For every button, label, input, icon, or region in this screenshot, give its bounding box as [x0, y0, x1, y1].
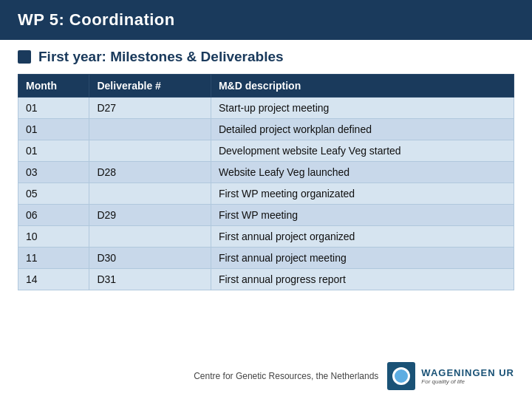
logo-sub: For quality of life [421, 378, 514, 385]
footer: Centre for Genetic Resources, the Nether… [0, 356, 532, 399]
cell-deliverable [89, 119, 211, 140]
cell-deliverable [89, 226, 211, 248]
milestones-table: Month Deliverable # M&D description 01D2… [18, 74, 514, 290]
cell-deliverable: D27 [89, 98, 211, 119]
cell-description: Detailed project workplan defined [211, 119, 514, 140]
subheader-text: First year: Milestones & Deliverables [38, 49, 284, 65]
cell-deliverable: D30 [89, 248, 211, 269]
cell-description: First annual project organized [211, 226, 514, 248]
cell-month: 14 [18, 269, 89, 290]
col-header-description: M&D description [211, 75, 514, 98]
cell-month: 05 [18, 183, 89, 205]
cell-month: 01 [18, 140, 89, 162]
cell-month: 03 [18, 162, 89, 183]
table-container: Month Deliverable # M&D description 01D2… [0, 71, 532, 356]
cell-description: First WP meeting organizated [211, 183, 514, 205]
cell-month: 01 [18, 98, 89, 119]
table-row: 01Development website Leafy Veg started [18, 140, 514, 162]
cell-description: Website Leafy Veg launched [211, 162, 514, 183]
subheader: First year: Milestones & Deliverables [0, 40, 532, 71]
footer-caption: Centre for Genetic Resources, the Nether… [194, 371, 378, 381]
footer-logo: WAGENINGEN UR For quality of life [387, 362, 514, 390]
table-row: 03D28Website Leafy Veg launched [18, 162, 514, 183]
col-header-deliverable: Deliverable # [89, 75, 211, 98]
cell-deliverable [89, 183, 211, 205]
cell-month: 10 [18, 226, 89, 248]
table-row: 05First WP meeting organizated [18, 183, 514, 205]
cell-description: First annual progress report [211, 269, 514, 290]
cell-deliverable: D31 [89, 269, 211, 290]
table-row: 01Detailed project workplan defined [18, 119, 514, 140]
cell-description: First WP meeting [211, 205, 514, 226]
cell-deliverable: D28 [89, 162, 211, 183]
cell-month: 11 [18, 248, 89, 269]
bullet-icon [18, 50, 31, 64]
table-header-row: Month Deliverable # M&D description [18, 75, 514, 98]
logo-name: WAGENINGEN UR [421, 367, 514, 378]
col-header-month: Month [18, 75, 89, 98]
logo-text-block: WAGENINGEN UR For quality of life [421, 367, 514, 385]
cell-deliverable [89, 140, 211, 162]
table-row: 10First annual project organized [18, 226, 514, 248]
cell-month: 06 [18, 205, 89, 226]
table-row: 11D30First annual project meeting [18, 248, 514, 269]
logo-box [387, 362, 415, 390]
page: WP 5: Coordination First year: Milestone… [0, 0, 532, 399]
logo-inner-circle [392, 367, 410, 385]
table-row: 14D31First annual progress report [18, 269, 514, 290]
page-title: WP 5: Coordination [0, 0, 532, 40]
table-row: 06D29First WP meeting [18, 205, 514, 226]
cell-description: Development website Leafy Veg started [211, 140, 514, 162]
header-title-text: WP 5: Coordination [18, 10, 175, 29]
table-row: 01D27Start-up project meeting [18, 98, 514, 119]
cell-description: Start-up project meeting [211, 98, 514, 119]
cell-deliverable: D29 [89, 205, 211, 226]
cell-description: First annual project meeting [211, 248, 514, 269]
cell-month: 01 [18, 119, 89, 140]
